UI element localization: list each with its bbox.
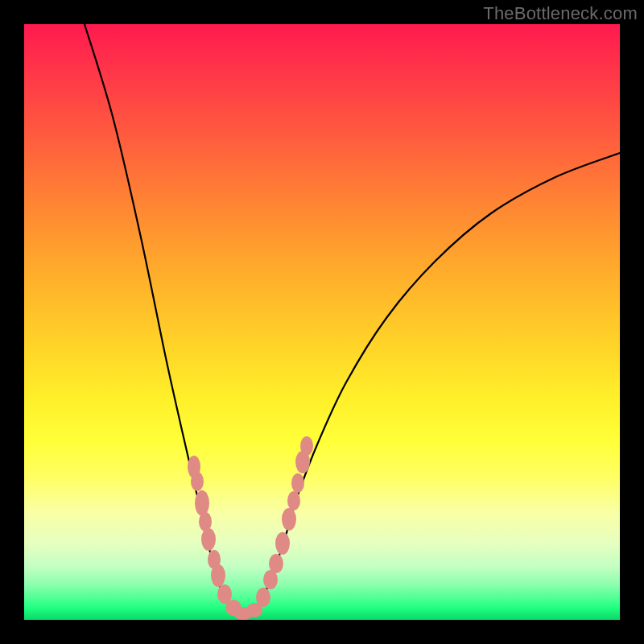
right-curve: [243, 153, 620, 616]
left-curve: [85, 24, 243, 616]
data-bead: [275, 532, 290, 555]
data-bead: [287, 491, 300, 510]
data-bead: [195, 490, 209, 516]
data-bead: [256, 588, 270, 607]
data-bead: [300, 436, 313, 456]
chart-frame: TheBottleneck.com: [0, 0, 644, 644]
curve-layer: [24, 24, 620, 620]
data-bead: [201, 528, 216, 551]
bead-group: [188, 436, 313, 620]
data-bead: [282, 508, 296, 530]
data-bead: [211, 564, 225, 587]
data-bead: [269, 554, 283, 573]
plot-area: [24, 24, 620, 620]
data-bead: [291, 473, 304, 493]
data-bead: [191, 472, 204, 491]
watermark-text: TheBottleneck.com: [483, 3, 638, 24]
